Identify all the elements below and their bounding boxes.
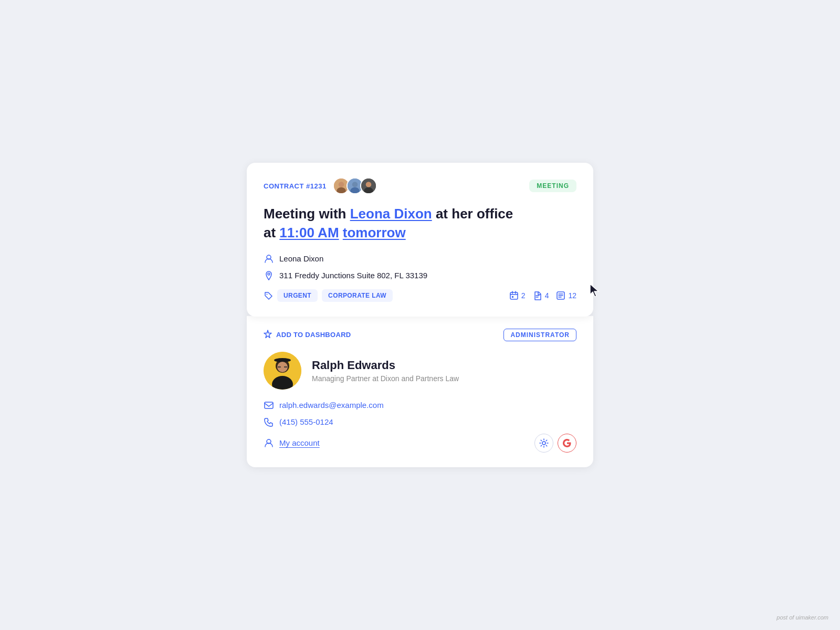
profile-top-row: ADD TO DASHBOARD ADMINISTRATOR <box>264 329 576 341</box>
svg-point-22 <box>542 442 545 445</box>
email-link[interactable]: ralph.edwards@example.com <box>279 401 384 410</box>
my-account-link[interactable]: My account <box>279 438 320 447</box>
calendar-icon <box>509 291 519 300</box>
email-row: ralph.edwards@example.com <box>264 400 576 411</box>
tags-left: URGENT CORPORATE LAW <box>264 289 393 302</box>
stat-calendar-count: 2 <box>521 291 526 300</box>
meeting-badge: MEETING <box>529 180 576 192</box>
svg-point-19 <box>277 362 288 372</box>
svg-point-18 <box>274 358 291 362</box>
watermark: post of uimaker.com <box>776 614 828 621</box>
phone-icon <box>264 417 274 427</box>
stat-document-count: 4 <box>545 291 549 300</box>
avatar <box>264 352 301 390</box>
tag-urgent: URGENT <box>277 289 318 302</box>
account-row: My account <box>264 434 576 453</box>
title-prefix: Meeting with <box>264 206 350 222</box>
profile-name: Ralph Edwards <box>312 359 459 372</box>
email-icon <box>264 400 274 411</box>
profile-info-row: Ralph Edwards Managing Partner at Dixon … <box>264 352 576 390</box>
svg-point-1 <box>338 182 344 188</box>
svg-rect-20 <box>265 402 273 408</box>
person-icon <box>264 254 274 264</box>
avatar-3 <box>360 177 377 194</box>
tags-row: URGENT CORPORATE LAW 2 <box>264 289 576 302</box>
address-row: 311 Freddy Junctions Suite 802, FL 33139 <box>264 270 576 281</box>
stat-calendar: 2 <box>509 291 526 300</box>
svg-point-5 <box>350 187 360 194</box>
contract-left: CONTRACT #1231 <box>264 177 377 194</box>
svg-point-11 <box>267 293 268 295</box>
settings-icon-button[interactable] <box>534 434 553 453</box>
add-to-dashboard-button[interactable]: ADD TO DASHBOARD <box>264 330 351 340</box>
cursor <box>589 283 601 301</box>
card-title: Meeting with Leona Dixon at her officeat… <box>264 205 576 242</box>
contract-label: CONTRACT #1231 <box>264 182 327 190</box>
phone-text: (415) 555-0124 <box>279 417 333 426</box>
phone-row: (415) 555-0124 <box>264 417 576 427</box>
svg-rect-12 <box>510 292 518 299</box>
profile-card: ADD TO DASHBOARD ADMINISTRATOR <box>247 316 593 467</box>
stat-document: 4 <box>533 291 549 300</box>
account-left: My account <box>264 438 320 448</box>
person-name: Leona Dixon <box>279 254 323 263</box>
time-link[interactable]: 11:00 AM <box>279 225 339 240</box>
person-row: Leona Dixon <box>264 254 576 264</box>
svg-point-8 <box>364 187 373 194</box>
stat-notes: 12 <box>556 291 576 300</box>
stats-right: 2 4 <box>509 291 576 300</box>
sparkle-icon <box>264 330 272 340</box>
profile-title: Managing Partner at Dixon and Partners L… <box>312 374 459 383</box>
stat-notes-count: 12 <box>568 291 576 300</box>
tag-icon <box>264 291 273 300</box>
svg-point-4 <box>352 182 358 188</box>
svg-rect-13 <box>512 296 513 298</box>
svg-point-10 <box>268 273 270 275</box>
card-top-row: CONTRACT #1231 <box>264 177 576 194</box>
location-icon <box>264 270 274 281</box>
day-link[interactable]: tomorrow <box>343 225 406 240</box>
account-person-icon <box>264 438 274 448</box>
add-dashboard-label: ADD TO DASHBOARD <box>276 331 351 339</box>
notes-icon <box>556 291 565 300</box>
document-icon <box>533 291 542 300</box>
admin-badge: ADMINISTRATOR <box>503 329 576 341</box>
svg-point-7 <box>365 182 371 188</box>
svg-point-2 <box>337 187 346 194</box>
address-text: 311 Freddy Junctions Suite 802, FL 33139 <box>279 271 427 280</box>
google-icon-button[interactable] <box>558 434 576 453</box>
account-icons <box>534 434 576 453</box>
name-link[interactable]: Leona Dixon <box>350 206 432 222</box>
tag-corporate: CORPORATE LAW <box>322 289 393 302</box>
avatars-group <box>333 177 377 194</box>
contract-card: CONTRACT #1231 <box>247 163 593 316</box>
profile-text: Ralph Edwards Managing Partner at Dixon … <box>312 359 459 383</box>
